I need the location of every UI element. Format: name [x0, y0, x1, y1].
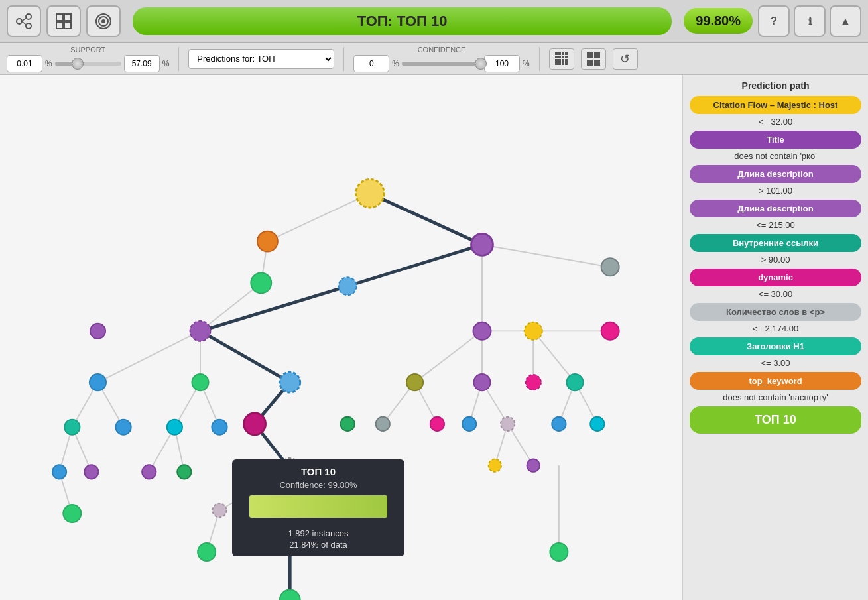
target-view-button[interactable] [86, 5, 121, 37]
svg-line-35 [482, 245, 610, 267]
svg-line-51 [347, 245, 482, 286]
pred-item-kolichestvo: Количество слов в <p> [690, 303, 861, 321]
pred-item-vnutrennie: Внутренние ссылки [690, 234, 861, 252]
svg-point-1 [26, 14, 31, 19]
confidence-max-pct: % [523, 59, 530, 68]
confidence-min-input[interactable] [353, 55, 389, 72]
pred-item-zagolovki: Заголовки H1 [690, 337, 861, 355]
svg-rect-17 [558, 56, 561, 58]
pred-item-dynamic: dynamic [690, 269, 861, 286]
svg-point-82 [244, 413, 266, 435]
help-button[interactable]: ? [758, 5, 790, 37]
pred-item-dlina-desc-2: Длина description [690, 200, 861, 217]
tooltip-percentage: 21.84% of data [232, 540, 404, 556]
toolbar: ТОП: ТОП 10 99.80% ? ℹ ▲ [0, 0, 868, 43]
svg-point-88 [116, 420, 131, 435]
confidence-badge: 99.80% [684, 8, 753, 34]
tooltip-bar [249, 495, 388, 518]
tree-canvas[interactable]: ТОП 10 Confidence: 99.80% 1,892 instance… [0, 75, 682, 600]
divider-1 [178, 47, 179, 71]
svg-point-109 [552, 417, 566, 431]
svg-rect-28 [587, 52, 593, 58]
svg-point-75 [257, 231, 278, 252]
support-label: SUPPORT [70, 46, 105, 54]
support-max-pct: % [162, 59, 170, 68]
grid-small-button[interactable] [549, 48, 574, 70]
svg-rect-14 [562, 52, 564, 55]
pred-value-zagolovki: <= 3.00 [690, 358, 861, 368]
svg-point-80 [473, 322, 491, 340]
support-row: % % [7, 55, 169, 72]
pred-value-title: does not contain 'рко' [690, 151, 861, 161]
pred-item-top-keyword: top_keyword [690, 372, 861, 390]
svg-point-97 [341, 417, 355, 431]
svg-point-83 [280, 372, 300, 392]
svg-point-106 [525, 322, 542, 340]
grid-large-button[interactable] [581, 48, 606, 70]
divider-3 [539, 47, 540, 71]
up-button[interactable]: ▲ [830, 5, 861, 37]
svg-rect-18 [562, 56, 564, 58]
svg-point-81 [601, 258, 619, 276]
svg-rect-25 [558, 62, 561, 65]
svg-line-65 [533, 331, 575, 382]
svg-point-103 [501, 417, 515, 431]
svg-point-79 [601, 322, 619, 340]
svg-point-101 [473, 374, 490, 390]
pred-value-dynamic: <= 30.00 [690, 289, 861, 299]
svg-point-85 [192, 374, 208, 390]
svg-line-53 [200, 331, 290, 382]
svg-line-32 [267, 194, 370, 241]
svg-rect-27 [565, 62, 568, 65]
confidence-row: % % [353, 55, 529, 72]
support-group: SUPPORT % % [7, 46, 169, 72]
prediction-path-heading: Prediction path [690, 80, 861, 91]
svg-rect-19 [565, 56, 568, 58]
refresh-button[interactable]: ↺ [613, 48, 638, 70]
svg-line-64 [508, 424, 534, 465]
table-view-button[interactable] [46, 5, 81, 37]
svg-rect-15 [565, 52, 568, 55]
svg-rect-6 [64, 14, 71, 21]
svg-point-112 [212, 503, 226, 517]
svg-point-92 [167, 420, 182, 435]
info-button[interactable]: ℹ [794, 5, 826, 37]
svg-point-84 [90, 374, 106, 390]
svg-rect-29 [594, 52, 600, 58]
graph-view-button[interactable] [7, 5, 41, 37]
svg-point-2 [26, 23, 31, 29]
tooltip-bar-area [232, 495, 404, 523]
svg-point-107 [566, 374, 583, 390]
support-min-input[interactable] [7, 55, 42, 72]
confidence-label: CONFIDENCE [418, 46, 466, 54]
confidence-max-input[interactable] [484, 55, 520, 72]
pred-value-top-keyword: does not contain 'паспорту' [690, 392, 861, 402]
pred-value-citation-flow: <= 32.00 [690, 117, 861, 127]
confidence-slider[interactable] [402, 62, 481, 66]
svg-point-104 [489, 459, 501, 472]
svg-point-99 [430, 417, 444, 431]
svg-point-91 [63, 505, 81, 522]
support-max-input[interactable] [124, 55, 160, 72]
svg-rect-20 [555, 59, 558, 62]
tooltip-instances: 1,892 instances [232, 523, 404, 540]
svg-rect-24 [555, 62, 558, 65]
svg-line-52 [200, 286, 347, 331]
support-slider[interactable] [55, 62, 121, 66]
svg-point-100 [406, 374, 423, 390]
svg-point-105 [527, 459, 540, 472]
svg-line-38 [200, 283, 261, 331]
tooltip-confidence: Confidence: 99.80% [232, 480, 404, 490]
svg-rect-22 [562, 59, 564, 62]
svg-point-98 [376, 417, 390, 431]
svg-point-0 [17, 19, 22, 24]
pred-value-dlina-desc-2: <= 215.00 [690, 220, 861, 230]
svg-point-90 [84, 465, 98, 479]
pred-value-kolichestvo: <= 2,174.00 [690, 324, 861, 333]
svg-rect-7 [56, 22, 63, 29]
toolbar-right-buttons: ? ℹ ▲ [758, 5, 861, 37]
confidence-group: CONFIDENCE % % [353, 46, 529, 72]
confidence-min-pct: % [392, 59, 399, 68]
svg-point-114 [280, 590, 300, 600]
predictions-select[interactable]: Predictions for: ТОП [188, 49, 334, 69]
